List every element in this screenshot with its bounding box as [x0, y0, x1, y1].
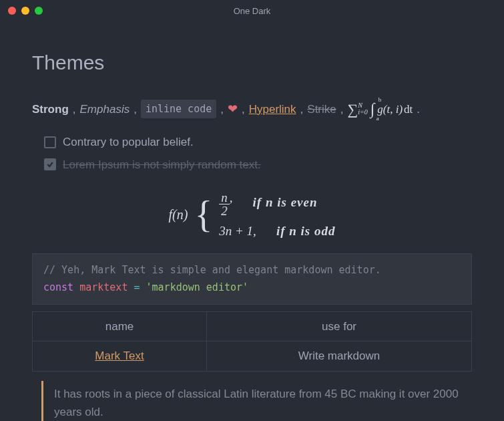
blockquote: It has roots in a piece of classical Lat… [41, 381, 472, 421]
inline-code: inline code [141, 100, 216, 118]
task-list: Contrary to popular belief. Lorem Ipsum … [32, 131, 472, 175]
code-op: = [134, 281, 140, 293]
app-window: One Dark Themes Strong , Emphasis, inlin… [0, 0, 504, 421]
table-link[interactable]: Mark Text [95, 349, 144, 362]
code-comment: // Yeh, Mark Text is simple and elegant … [43, 264, 381, 276]
window-title: One Dark [0, 6, 504, 16]
sum-lower: i=0 [358, 109, 368, 116]
int-lower: a [376, 114, 379, 123]
table-row: name use for [33, 312, 472, 341]
separator: , [242, 100, 245, 118]
heading-themes: Themes [32, 47, 472, 79]
period: . [417, 100, 420, 118]
inline-formats: Strong , Emphasis, inline code , ❤ , Hyp… [32, 96, 472, 122]
code-block: // Yeh, Mark Text is simple and elegant … [32, 253, 472, 305]
separator: , [340, 100, 344, 118]
checkbox-unchecked[interactable] [44, 136, 56, 148]
block-math: f(n) { n 2 , if n is even 3n + 1, [32, 188, 472, 241]
strike-text: Strike [307, 100, 336, 118]
case2-expr: 3n + 1, [219, 221, 256, 241]
code-kw: const [43, 281, 73, 293]
int-upper: b [379, 95, 382, 104]
checkbox-checked[interactable] [44, 158, 56, 170]
math-dt: dt [404, 100, 413, 118]
emphasis-text: Emphasis [80, 100, 130, 118]
task-text: Lorem Ipsum is not simply random text. [63, 156, 261, 174]
heart-icon: ❤ [228, 100, 238, 119]
case1-cond: if n is even [253, 195, 318, 209]
frac-num: n [219, 191, 230, 204]
separator: , [73, 100, 76, 118]
inline-math: ∑ N i=0 ∫ b a g(t, i)dt [348, 96, 413, 122]
task-item: Lorem Ipsum is not simply random text. [44, 154, 472, 176]
strong-text: Strong [32, 100, 69, 118]
table-cell: Write markdown [207, 341, 472, 371]
editor-content[interactable]: Themes Strong , Emphasis, inline code , … [0, 21, 504, 421]
hyperlink[interactable]: Hyperlink [249, 100, 296, 118]
separator: , [134, 100, 137, 118]
task-item: Contrary to popular belief. [44, 131, 472, 153]
math-fn-name: f(n) [169, 204, 188, 225]
table-header: use for [207, 312, 472, 341]
frac-den: 2 [219, 204, 230, 217]
separator: , [220, 100, 224, 118]
case2-cond: if n is odd [276, 224, 336, 238]
task-text: Contrary to popular belief. [63, 133, 194, 151]
code-var: marktext [79, 281, 128, 293]
titlebar: One Dark [0, 0, 504, 21]
table-row: Mark Text Write markdown [33, 341, 472, 371]
markdown-table: name use for Mark Text Write markdown [32, 311, 472, 371]
table-header: name [33, 312, 207, 341]
separator: , [300, 100, 304, 118]
code-str: 'markdown editor' [146, 281, 249, 293]
